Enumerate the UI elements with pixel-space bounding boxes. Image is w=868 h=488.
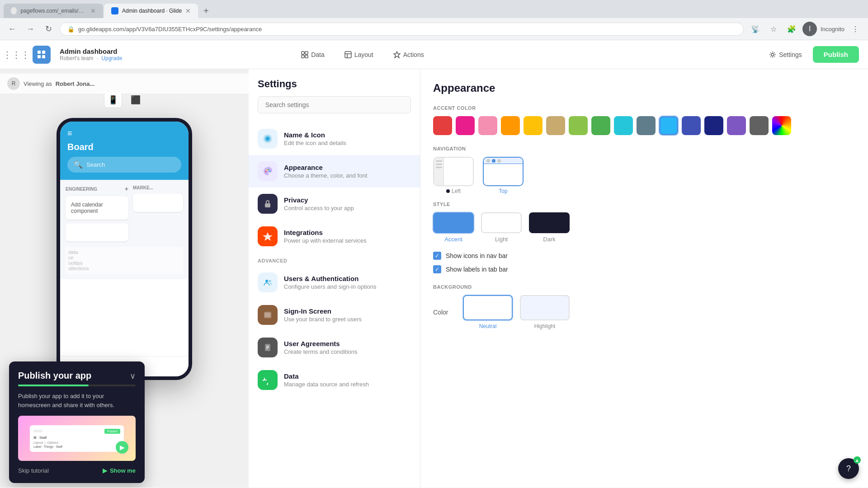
extensions-button[interactable]: 🧩 (784, 22, 799, 36)
show-labels-row: ✓ Show labels in tab bar (433, 265, 855, 273)
settings-item-text-user-agreements: User Agreements Create terms and conditi… (284, 340, 358, 355)
bg-neutral-label: Neutral (479, 323, 497, 329)
add-column-icon: + (125, 185, 128, 192)
skip-tutorial-button[interactable]: Skip tutorial (18, 467, 49, 474)
show-icons-checkbox[interactable]: ✓ (433, 252, 441, 260)
color-swatch-blue-grey[interactable] (637, 116, 656, 135)
nav-data[interactable]: Data (292, 47, 334, 62)
color-swatch-green[interactable] (591, 116, 610, 135)
bg-option-neutral: Neutral (463, 295, 513, 329)
phone-column-marketing: MARKE... (133, 185, 183, 245)
nav-layout[interactable]: Layout (335, 47, 382, 62)
phone-card-1: Add calendar component (66, 196, 128, 220)
header-right: Settings Publish (764, 46, 859, 63)
settings-item-users-auth[interactable]: Users & Authentication Configure users a… (249, 266, 420, 299)
style-option-accent[interactable]: Accent (433, 212, 474, 243)
show-labels-checkbox[interactable]: ✓ (433, 265, 441, 273)
show-me-icon: ▶ (103, 467, 107, 474)
bg-preview-highlight[interactable] (520, 295, 570, 320)
nav-actions-label: Actions (403, 51, 424, 58)
app-header: ⋮⋮⋮ Admin dashboard Robert's team · Upgr… (0, 40, 868, 69)
color-swatch-sky-blue[interactable] (659, 116, 678, 135)
color-swatch-multi[interactable] (772, 116, 791, 135)
phone-search-bar: 🔍 Search (67, 157, 181, 173)
phone-card-3 (133, 194, 183, 212)
svg-rect-20 (265, 203, 270, 207)
color-swatch-tan[interactable] (546, 116, 565, 135)
nav-left-sidebar (434, 158, 444, 185)
color-swatch-light-pink[interactable] (478, 116, 497, 135)
back-button[interactable]: ← (5, 22, 19, 36)
color-swatch-grey[interactable] (750, 116, 769, 135)
upgrade-link[interactable]: Upgrade (101, 55, 122, 61)
settings-button[interactable]: Settings (764, 47, 807, 62)
nav-left-line2 (436, 164, 442, 165)
publish-progress-fill (18, 385, 89, 386)
bg-preview-neutral[interactable] (463, 295, 513, 320)
address-bar[interactable]: 🔒 go.glideapps.com/app/V3V6a7DIU355ETHcx… (60, 23, 744, 36)
new-tab-button[interactable]: + (199, 4, 213, 18)
color-swatch-light-green[interactable] (569, 116, 588, 135)
settings-icon-sign-in (258, 305, 278, 325)
settings-icon-privacy (258, 194, 278, 214)
tab-close-2[interactable]: ✕ (185, 7, 191, 14)
phone-search-icon: 🔍 (74, 160, 83, 169)
style-option-dark[interactable]: Dark (529, 212, 570, 243)
tab-close-1[interactable]: ✕ (90, 7, 96, 14)
advanced-section-label: ADVANCED (249, 253, 420, 266)
settings-panel-title: Settings (258, 78, 411, 90)
browser-tab-2[interactable]: Admin dashboard · Glide ✕ (104, 4, 198, 18)
svg-marker-21 (263, 232, 273, 241)
color-swatch-red[interactable] (433, 116, 452, 135)
svg-point-12 (771, 53, 774, 56)
app-subtitle: Robert's team · Upgrade (60, 55, 122, 61)
settings-icon-appearance (258, 161, 278, 181)
color-swatch-pink[interactable] (456, 116, 475, 135)
grid-menu-icon[interactable]: ⋮⋮⋮ (9, 47, 24, 62)
publish-button[interactable]: Publish (813, 46, 859, 63)
settings-item-name-icon[interactable]: Name & Icon Edit the icon and details (249, 122, 420, 155)
settings-item-appearance[interactable]: Appearance Choose a theme, color, and fo… (249, 155, 420, 188)
app-title-area: Admin dashboard Robert's team · Upgrade (60, 47, 122, 61)
cast-button[interactable]: 📡 (748, 22, 763, 36)
settings-search-input[interactable] (258, 96, 411, 113)
nav-actions[interactable]: Actions (384, 47, 433, 62)
style-option-light[interactable]: Light (481, 212, 522, 243)
help-icon: ? (846, 464, 851, 474)
color-swatch-indigo[interactable] (682, 116, 701, 135)
settings-item-sign-in[interactable]: Sign-In Screen Use your brand to greet u… (249, 299, 420, 331)
settings-item-integrations[interactable]: Integrations Power up with external serv… (249, 220, 420, 253)
nav-option-top[interactable] (483, 157, 524, 186)
color-swatch-yellow[interactable] (524, 116, 542, 135)
browser-tab-1[interactable]: pageflows.com/_emails/_7fb5d... ✕ (4, 4, 103, 18)
mobile-view-button[interactable]: 📱 (104, 92, 122, 108)
profile-button[interactable]: I (802, 22, 817, 36)
color-swatch-orange[interactable] (501, 116, 520, 135)
phone-col-header-1: ENGINEERING + (66, 185, 128, 192)
nav-layout-label: Layout (354, 51, 373, 58)
color-swatch-purple[interactable] (727, 116, 746, 135)
nav-option-top-container: Top (483, 157, 524, 194)
tab-favicon-1 (11, 7, 17, 14)
tablet-view-button[interactable]: ⬛ (127, 92, 145, 108)
show-me-button[interactable]: ▶ Show me (103, 467, 136, 474)
settings-item-data[interactable]: Data Manage data source and refresh (249, 364, 420, 396)
help-button[interactable]: ? ▲ (838, 458, 859, 479)
publish-panel-close-button[interactable]: ∨ (130, 371, 136, 381)
nav-top-dot3 (497, 159, 501, 163)
nav-option-left[interactable] (433, 157, 474, 186)
nav-options-row: Left Top (433, 157, 855, 194)
nav-left-content (444, 158, 473, 185)
forward-button[interactable]: → (24, 22, 37, 36)
viewing-as-bar: R Viewing as Robert Jona... (0, 74, 249, 94)
color-swatch-teal[interactable] (614, 116, 633, 135)
settings-item-user-agreements[interactable]: User Agreements Create terms and conditi… (249, 331, 420, 364)
settings-item-privacy[interactable]: Privacy Control access to your app (249, 188, 420, 220)
color-swatch-dark-indigo[interactable] (704, 116, 723, 135)
bookmark-button[interactable]: ☆ (766, 22, 781, 36)
menu-button[interactable]: ⋮ (848, 22, 863, 36)
avatar: R (7, 77, 20, 90)
style-preview-accent (433, 212, 474, 233)
refresh-button[interactable]: ↻ (42, 22, 55, 36)
viewing-as-user: Robert Jona... (56, 80, 95, 87)
